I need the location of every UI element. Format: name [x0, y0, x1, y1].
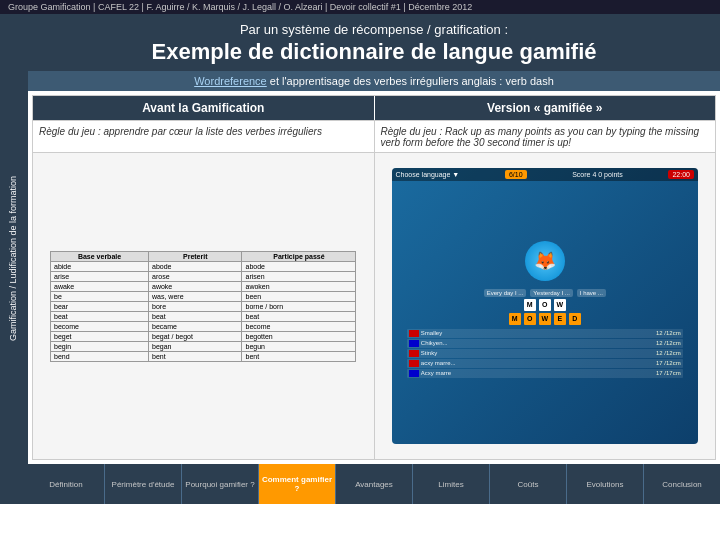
verb-cell: beat	[242, 311, 356, 321]
game-letter-m2: M	[509, 313, 521, 325]
table-header-col2: Version « gamifiée »	[375, 96, 716, 120]
verb-cell: begin	[51, 341, 149, 351]
game-timer: 22:00	[668, 170, 694, 179]
player-flag	[409, 350, 419, 357]
table-header-row: Avant la Gamification Version « gamifiée…	[33, 96, 715, 120]
game-character: 🦊	[525, 241, 565, 281]
leaderboard: Smalley12 /12cmChikyen...12 /12cmStinky1…	[407, 329, 683, 379]
game-screen: Choose language ▼ 6/10 Score 4 0 points …	[392, 168, 698, 443]
verb-cell: became	[149, 321, 242, 331]
game-letter-e2: E	[554, 313, 566, 325]
game-score-label: Choose language ▼	[396, 171, 460, 178]
nav-item-comment-gamifier-[interactable]: Comment gamifier ?	[259, 464, 336, 504]
game-top-bar: Choose language ▼ 6/10 Score 4 0 points …	[392, 168, 698, 181]
nav-item-conclusion[interactable]: Conclusion	[644, 464, 720, 504]
col-preterit: Preterit	[149, 251, 242, 261]
sidebar-label: Gamification / Ludification de la format…	[8, 176, 20, 341]
bottom-nav: DéfinitionPérimètre d'étudePourquoi gami…	[28, 464, 720, 504]
nav-item-pourquoi-gamifier-[interactable]: Pourquoi gamifier ?	[182, 464, 259, 504]
verb-cell: beat	[51, 311, 149, 321]
leaderboard-row: Stinky12 /12cm	[407, 349, 683, 358]
verb-cell: bore	[149, 301, 242, 311]
player-flag	[409, 330, 419, 337]
col-participe: Participe passé	[242, 251, 356, 261]
game-label-yesterday: Yesterday I ...	[530, 289, 572, 297]
nav-item-dfinition[interactable]: Définition	[28, 464, 105, 504]
subtitle-wordref[interactable]: Wordreference	[194, 75, 267, 87]
verb-cell: beget	[51, 331, 149, 341]
verb-cell: arise	[51, 271, 149, 281]
table-rule-col1: Règle du jeu : apprendre par cœur la lis…	[33, 120, 375, 152]
nav-item-limites[interactable]: Limites	[413, 464, 490, 504]
leaderboard-row: Smalley12 /12cm	[407, 329, 683, 338]
comparison-table: Avant la Gamification Version « gamifiée…	[32, 95, 716, 460]
verb-cell: awoke	[149, 281, 242, 291]
verb-cell: bent	[149, 351, 242, 361]
title-main: Exemple de dictionnaire de langue gamifi…	[38, 39, 710, 65]
game-labels: Every day I ... Yesterday I ... I have .…	[484, 289, 606, 297]
player-name: Stinky	[421, 350, 654, 356]
verb-cell: be	[51, 291, 149, 301]
left-sidebar: Gamification / Ludification de la format…	[0, 14, 28, 504]
player-flag	[409, 370, 419, 377]
verb-cell: bent	[242, 351, 356, 361]
verb-cell: abode	[242, 261, 356, 271]
game-letter-o: O	[539, 299, 551, 311]
player-name: Smalley	[421, 330, 654, 336]
table-image-col2: Choose language ▼ 6/10 Score 4 0 points …	[375, 152, 716, 459]
table-header-col1: Avant la Gamification	[33, 96, 375, 120]
subtitle-bar: Wordreference et l'apprentisage des verb…	[28, 71, 720, 91]
verb-cell: awake	[51, 281, 149, 291]
subtitle-rest: et l'apprentisage des verbes irréguliers…	[267, 75, 554, 87]
player-score: 17 /17cm	[656, 370, 681, 376]
leaderboard-row: Acxy marre17 /17cm	[407, 369, 683, 378]
verb-cell: begun	[242, 341, 356, 351]
nav-item-avantages[interactable]: Avantages	[336, 464, 413, 504]
verb-cell: began	[149, 341, 242, 351]
table-image-row: Base verbale Preterit Participe passé ab…	[33, 152, 715, 459]
top-bar-text: Groupe Gamification | CAFEL 22 | F. Agui…	[8, 2, 472, 12]
player-name: Acxy marre	[421, 370, 654, 376]
verb-cell: begat / begot	[149, 331, 242, 341]
verb-cell: beat	[149, 311, 242, 321]
leaderboard-row: Chikyen...12 /12cm	[407, 339, 683, 348]
verb-cell: been	[242, 291, 356, 301]
verb-cell: awoken	[242, 281, 356, 291]
game-label-everyday: Every day I ...	[484, 289, 527, 297]
game-letters-top: M O W	[524, 299, 566, 311]
player-name: Chikyen...	[421, 340, 654, 346]
verb-cell: become	[242, 321, 356, 331]
player-name: acxy marre...	[421, 360, 654, 366]
game-letter-w: W	[554, 299, 566, 311]
verb-cell: borne / born	[242, 301, 356, 311]
player-score: 12 /12cm	[656, 330, 681, 336]
content-area: Par un système de récompense / gratifica…	[28, 14, 720, 504]
game-letter-o2: O	[524, 313, 536, 325]
game-score-pts: Score 4 0 points	[572, 171, 623, 178]
nav-item-evolutions[interactable]: Evolutions	[567, 464, 644, 504]
game-label-ihave: I have ...	[577, 289, 606, 297]
col-base: Base verbale	[51, 251, 149, 261]
verb-cell: become	[51, 321, 149, 331]
player-score: 12 /12cm	[656, 350, 681, 356]
verb-cell: bend	[51, 351, 149, 361]
verb-cell: abide	[51, 261, 149, 271]
verb-cell: bear	[51, 301, 149, 311]
verb-table: Base verbale Preterit Participe passé ab…	[50, 251, 356, 362]
player-flag	[409, 340, 419, 347]
title-section: Par un système de récompense / gratifica…	[28, 14, 720, 71]
nav-item-cots[interactable]: Coûts	[490, 464, 567, 504]
game-letters-bottom: M O W E D	[509, 313, 581, 325]
verb-cell: arisen	[242, 271, 356, 281]
table-image-col1: Base verbale Preterit Participe passé ab…	[33, 152, 375, 459]
verb-cell: was, were	[149, 291, 242, 301]
game-letter-m: M	[524, 299, 536, 311]
nav-item-primtre-dtude[interactable]: Périmètre d'étude	[105, 464, 182, 504]
top-bar: Groupe Gamification | CAFEL 22 | F. Agui…	[0, 0, 720, 14]
verb-cell: abode	[149, 261, 242, 271]
player-score: 17 /12cm	[656, 360, 681, 366]
player-score: 12 /12cm	[656, 340, 681, 346]
game-score-box: 6/10	[505, 170, 527, 179]
game-letter-d2: D	[569, 313, 581, 325]
verb-cell: arose	[149, 271, 242, 281]
